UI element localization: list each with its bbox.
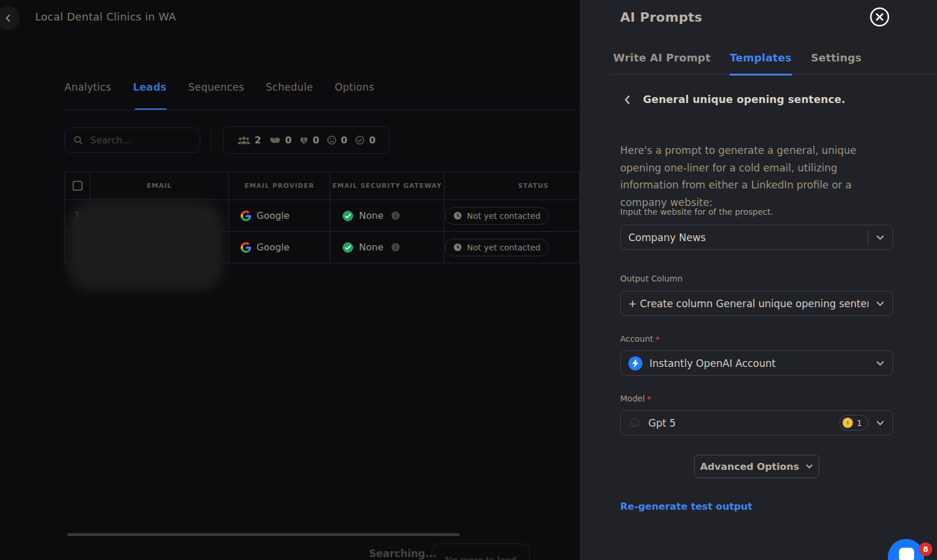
chevron-down-icon (876, 233, 885, 242)
chevron-down-icon (876, 299, 885, 308)
status-badge: Not yet contacted (445, 239, 549, 256)
status-label: Not yet contacted (467, 243, 541, 252)
chat-icon (899, 548, 914, 560)
provider-label: Google (257, 210, 289, 221)
close-panel-button[interactable] (870, 7, 890, 27)
clock-icon (453, 211, 462, 220)
col-email-security-gateway: EMAIL SECURITY GATEWAY (330, 172, 444, 200)
chevron-left-icon[interactable] (623, 95, 632, 105)
template-header: General unique opening sentence. (623, 94, 846, 105)
panel-title: AI Prompts (620, 10, 702, 25)
google-icon (241, 211, 251, 221)
app-window: Local Dental Clinics in WA Analytics Lea… (0, 0, 937, 560)
panel-tabs: Write AI Prompt Templates Settings (613, 51, 861, 75)
select-separator (868, 231, 868, 245)
handshake-icon (269, 136, 281, 145)
openai-icon (628, 417, 641, 430)
stat-completed-value: 0 (369, 135, 375, 146)
regenerate-test-output-link[interactable]: Re-generate test output (620, 501, 753, 512)
search-icon (73, 135, 83, 145)
stat-interested-value: 0 (313, 135, 319, 146)
provider-label: Google (257, 242, 289, 253)
people-icon (237, 136, 251, 145)
horizontal-scrollbar[interactable] (67, 533, 460, 536)
tab-schedule[interactable]: Schedule (266, 81, 313, 93)
coin-icon (842, 417, 853, 428)
model-value: Gpt 5 (648, 417, 832, 429)
leads-table: EMAIL EMAIL PROVIDER EMAIL SECURITY GATE… (64, 171, 580, 263)
tab-analytics[interactable]: Analytics (64, 81, 111, 93)
stat-completed: 0 (355, 135, 375, 146)
status-label: Not yet contacted (467, 211, 541, 221)
chevron-down-icon (876, 418, 885, 428)
required-asterisk: * (656, 335, 660, 343)
active-tab-underline (135, 108, 167, 110)
instantly-bolt-icon (628, 356, 642, 370)
lead-stats: 2 0 0 0 (223, 126, 389, 154)
page-title: Local Dental Clinics in WA (35, 11, 176, 23)
stat-opportunities-value: 0 (285, 135, 292, 146)
search-input[interactable] (90, 135, 178, 146)
output-column-value: + Create column General unique opening s… (628, 298, 868, 310)
stat-interested: 0 (299, 135, 319, 146)
tab-settings[interactable]: Settings (811, 51, 862, 75)
col-email-provider: EMAIL PROVIDER (229, 172, 330, 200)
chat-unread-badge: 8 (919, 542, 932, 556)
searching-status: Searching... (369, 548, 436, 559)
advanced-options-button[interactable]: Advanced Options (694, 455, 819, 478)
divider (211, 125, 211, 155)
stat-contacts-value: 2 (255, 135, 261, 146)
tab-leads[interactable]: Leads (133, 81, 167, 93)
advanced-options-label: Advanced Options (700, 461, 799, 472)
token-cost-badge: 1 (839, 415, 868, 431)
chevron-down-icon (876, 359, 885, 368)
provider-cell: Google (229, 232, 330, 263)
input-field-label: Input the website for of the prospect. (620, 207, 773, 217)
sad-face-icon (327, 135, 337, 145)
stat-contacts: 2 (237, 135, 261, 146)
shield-check-icon (342, 210, 354, 222)
account-label: Account* (620, 334, 659, 343)
tab-sequences[interactable]: Sequences (189, 81, 244, 93)
gateway-label: None (359, 210, 384, 221)
template-description: Here's a prompt to generate a general, u… (620, 142, 898, 211)
account-value: Instantly OpenAI Account (649, 358, 868, 369)
tab-templates[interactable]: Templates (730, 51, 791, 75)
model-select[interactable]: Gpt 5 1 (620, 410, 893, 435)
account-label-text: Account (620, 334, 654, 343)
stat-not-interested: 0 (327, 135, 347, 146)
tab-options[interactable]: Options (334, 81, 374, 93)
select-all-checkbox[interactable] (73, 181, 83, 191)
template-title: General unique opening sentence. (643, 94, 846, 105)
status-cell: Not yet contacted (444, 200, 580, 232)
gateway-label: None (359, 242, 384, 253)
back-button[interactable] (0, 6, 20, 30)
required-asterisk: * (647, 394, 651, 403)
chevron-left-icon (4, 13, 13, 23)
tab-write-ai-prompt[interactable]: Write AI Prompt (613, 51, 710, 75)
account-select[interactable]: Instantly OpenAI Account (620, 351, 893, 376)
gateway-cell: None (330, 232, 444, 263)
redacted-email-blur (68, 201, 224, 290)
output-column-select[interactable]: + Create column General unique opening s… (620, 291, 893, 316)
no-more-to-load-button[interactable]: No more to load (432, 544, 530, 560)
info-icon[interactable] (391, 243, 400, 252)
col-email: EMAIL (90, 172, 229, 200)
shield-check-icon (342, 242, 354, 253)
stat-not-interested-value: 0 (341, 135, 347, 146)
ai-prompts-panel: AI Prompts Write AI Prompt Templates Set… (580, 0, 937, 560)
gateway-cell: None (330, 200, 444, 232)
info-icon[interactable] (391, 211, 400, 220)
output-column-label: Output Column (620, 274, 683, 283)
campaign-page: Local Dental Clinics in WA Analytics Lea… (0, 0, 580, 560)
token-cost-value: 1 (857, 418, 862, 428)
model-label-text: Model (620, 394, 645, 403)
clock-icon (453, 243, 462, 252)
select-all-cell (65, 172, 90, 200)
input-column-select[interactable]: Company News (620, 225, 893, 250)
stat-opportunities: 0 (269, 135, 292, 146)
chevron-down-icon (805, 462, 813, 470)
status-cell: Not yet contacted (444, 232, 580, 263)
provider-cell: Google (229, 200, 330, 232)
heart-icon (299, 136, 309, 145)
